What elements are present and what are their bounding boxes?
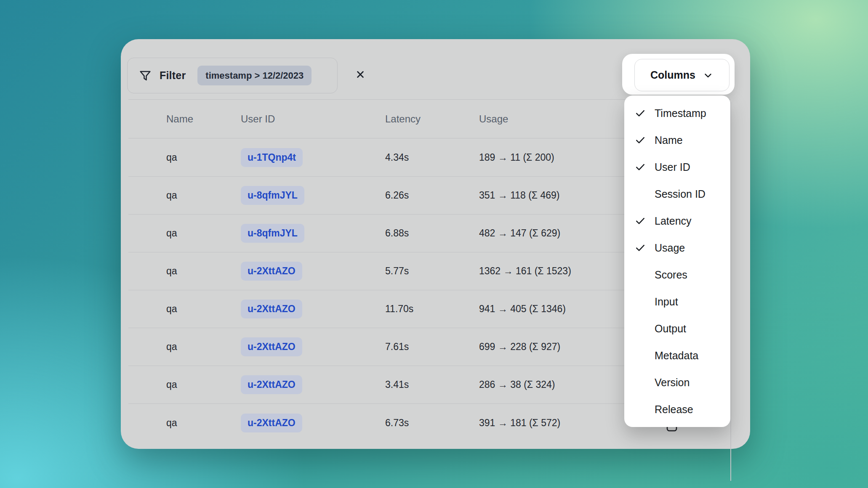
cell-name: qa — [166, 379, 241, 390]
traces-table-card: Filter timestamp > 12/2/2023 Name User I… — [121, 39, 750, 449]
columns-menu-item[interactable]: Output — [624, 315, 730, 342]
columns-menu-item-label: Scores — [655, 269, 687, 281]
x-icon — [354, 69, 366, 80]
cell-user-id: u-2XttAZO — [241, 375, 385, 394]
cell-latency: 11.70s — [385, 303, 479, 315]
columns-menu-item-label: Input — [655, 296, 678, 308]
columns-button-label: Columns — [650, 69, 695, 81]
filter-funnel-icon — [138, 69, 152, 82]
columns-menu-item[interactable]: Session ID — [624, 180, 730, 207]
cell-latency: 5.77s — [385, 265, 479, 277]
cell-latency: 6.88s — [385, 228, 479, 239]
columns-menu-item-label: Metadata — [655, 350, 698, 362]
cell-name: qa — [166, 341, 241, 353]
cell-user-id: u-2XttAZO — [241, 300, 385, 318]
cell-latency: 3.41s — [385, 379, 479, 390]
filter-bar[interactable]: Filter timestamp > 12/2/2023 — [127, 58, 338, 93]
columns-menu-item-label: Release — [655, 403, 693, 416]
columns-menu-item-label: User ID — [655, 161, 690, 173]
columns-menu-item[interactable]: Usage — [624, 234, 730, 261]
columns-menu-item-label: Session ID — [655, 188, 706, 200]
cell-latency: 6.26s — [385, 190, 479, 201]
user-id-chip[interactable]: u-2XttAZO — [241, 337, 302, 356]
partial-row-action-icon — [666, 427, 677, 434]
cell-latency: 6.73s — [385, 417, 479, 429]
columns-menu-item-label: Latency — [655, 215, 692, 227]
cell-name: qa — [166, 152, 241, 163]
check-icon — [634, 215, 646, 227]
columns-menu: Timestamp Name — [624, 95, 730, 427]
desktop-background: Filter timestamp > 12/2/2023 Name User I… — [0, 0, 868, 488]
column-header-user-id: User ID — [241, 113, 385, 125]
cell-name: qa — [166, 190, 241, 201]
cell-name: qa — [166, 417, 241, 429]
filter-chip[interactable]: timestamp > 12/2/2023 — [197, 66, 312, 85]
cell-user-id: u-1TQnp4t — [241, 148, 385, 167]
cell-user-id: u-2XttAZO — [241, 414, 385, 432]
cell-user-id: u-8qfmJYL — [241, 186, 385, 205]
cell-latency: 4.34s — [385, 152, 479, 163]
columns-menu-item[interactable]: Timestamp — [624, 100, 730, 127]
cell-latency: 7.61s — [385, 341, 479, 353]
user-id-chip[interactable]: u-1TQnp4t — [241, 148, 303, 167]
user-id-chip[interactable]: u-2XttAZO — [241, 300, 302, 318]
cell-user-id: u-8qfmJYL — [241, 224, 385, 243]
user-id-chip[interactable]: u-2XttAZO — [241, 262, 302, 281]
columns-dropdown-container: Columns — [622, 54, 735, 95]
columns-menu-item-label: Timestamp — [655, 107, 706, 119]
columns-menu-item-label: Name — [655, 134, 683, 146]
check-icon — [634, 107, 646, 119]
cell-name: qa — [166, 265, 241, 277]
user-id-chip[interactable]: u-8qfmJYL — [241, 186, 304, 205]
table-right-border — [730, 102, 731, 481]
columns-menu-item-label: Version — [655, 377, 690, 389]
columns-menu-item[interactable]: Release — [624, 396, 730, 423]
user-id-chip[interactable]: u-8qfmJYL — [241, 224, 304, 243]
cell-user-id: u-2XttAZO — [241, 337, 385, 356]
columns-menu-item[interactable]: Version — [624, 369, 730, 396]
columns-menu-item[interactable]: Latency — [624, 207, 730, 234]
check-icon — [634, 242, 646, 254]
filter-label: Filter — [160, 69, 186, 82]
user-id-chip[interactable]: u-2XttAZO — [241, 414, 302, 432]
user-id-chip[interactable]: u-2XttAZO — [241, 375, 302, 394]
cell-user-id: u-2XttAZO — [241, 262, 385, 281]
columns-menu-item[interactable]: Scores — [624, 261, 730, 288]
column-header-name: Name — [166, 113, 241, 125]
columns-menu-item-label: Usage — [655, 242, 685, 254]
column-header-latency: Latency — [385, 113, 479, 125]
check-icon — [634, 134, 646, 146]
cell-name: qa — [166, 228, 241, 239]
cell-name: qa — [166, 303, 241, 315]
clear-filter-button[interactable] — [350, 64, 370, 85]
columns-menu-item-label: Output — [655, 323, 686, 335]
columns-menu-item[interactable]: User ID — [624, 154, 730, 180]
columns-menu-item[interactable]: Input — [624, 288, 730, 315]
columns-menu-item[interactable]: Metadata — [624, 342, 730, 369]
check-icon — [634, 161, 646, 173]
columns-button[interactable]: Columns — [634, 59, 730, 91]
columns-menu-item[interactable]: Name — [624, 127, 730, 154]
chevron-down-icon — [703, 70, 714, 81]
